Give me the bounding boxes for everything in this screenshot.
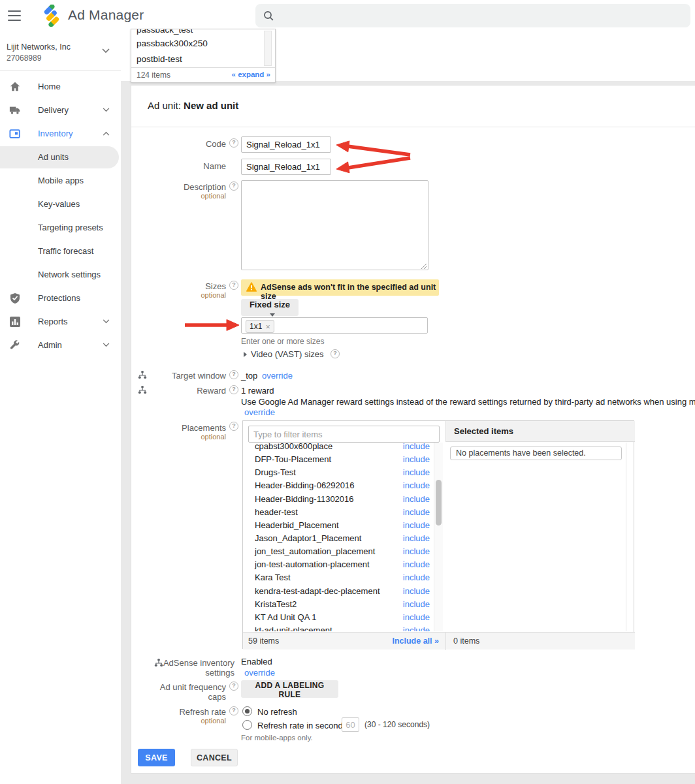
- placement-include-link[interactable]: include: [403, 454, 430, 464]
- placement-name: Drugs-Test: [255, 467, 296, 477]
- search-icon: [263, 10, 274, 21]
- sidebar-item-admin[interactable]: Admin: [0, 334, 121, 356]
- placement-name: KT Ad Unit QA 1: [255, 612, 316, 622]
- dropdown-footer: 124 items « expand »: [131, 67, 275, 82]
- reward-value: 1 reward: [241, 386, 274, 396]
- placement-include-link[interactable]: include: [403, 586, 430, 596]
- placement-name: header-test: [255, 507, 298, 517]
- menu-icon[interactable]: [8, 10, 21, 21]
- selected-items-header: Selected items: [445, 421, 635, 442]
- search-bar[interactable]: [255, 4, 690, 27]
- sidebar-divider: [0, 71, 121, 71]
- refresh-seconds-radio[interactable]: [242, 720, 252, 730]
- sidebar-item-delivery[interactable]: Delivery: [0, 99, 121, 121]
- placement-include-link[interactable]: include: [403, 612, 430, 622]
- frequency-caps-label-line1: Ad unit frequency: [131, 682, 226, 692]
- placements-footer: 59 items Include all » 0 items: [243, 632, 635, 650]
- help-icon[interactable]: [229, 706, 238, 715]
- placement-row: header-test include: [243, 505, 434, 518]
- placement-name: kendra-test-adapt-dec-placement: [255, 586, 380, 596]
- placement-include-link[interactable]: include: [403, 507, 430, 517]
- dropdown-item-clipped[interactable]: passback_test: [131, 29, 275, 36]
- sidebar-item-home[interactable]: Home: [0, 76, 121, 98]
- help-icon[interactable]: [229, 181, 238, 191]
- adsense-override-link[interactable]: override: [244, 668, 275, 678]
- dropdown-scrollbar[interactable]: [264, 31, 272, 66]
- remove-size-icon[interactable]: [262, 322, 270, 331]
- vast-sizes-toggle[interactable]: Video (VAST) sizes: [244, 349, 324, 359]
- include-all-link[interactable]: Include all »: [392, 636, 439, 646]
- placement-name: KristaTest2: [255, 599, 297, 609]
- placement-include-link[interactable]: include: [403, 443, 430, 451]
- placement-include-link[interactable]: include: [403, 546, 430, 556]
- dropdown-item[interactable]: postbid-test: [131, 52, 275, 67]
- sidebar-item-network-settings[interactable]: Network settings: [0, 264, 121, 286]
- placement-include-link[interactable]: include: [403, 599, 430, 609]
- placement-include-link[interactable]: include: [403, 494, 430, 504]
- target-window-value: _top: [241, 371, 257, 381]
- no-refresh-radio[interactable]: [242, 706, 252, 716]
- name-input[interactable]: [241, 159, 331, 175]
- description-optional-label: optional: [131, 192, 226, 200]
- account-name: Lijit Networks, Inc: [7, 42, 71, 52]
- placement-include-link[interactable]: include: [403, 572, 430, 582]
- truck-icon: [9, 104, 21, 116]
- placement-include-link[interactable]: include: [403, 533, 430, 543]
- placement-row: Drugs-Test include: [243, 465, 434, 478]
- page-title: Ad unit: New ad unit: [148, 100, 238, 111]
- sidebar-item-key-values[interactable]: Key-values: [0, 193, 121, 215]
- help-icon[interactable]: [229, 138, 238, 148]
- help-icon[interactable]: [331, 349, 340, 358]
- placement-include-link[interactable]: include: [403, 559, 430, 569]
- placement-name: Header-Bidding-11302016: [255, 494, 354, 504]
- help-icon[interactable]: [229, 422, 238, 431]
- placement-name: Header-Bidding-06292016: [255, 480, 355, 490]
- dropdown-item[interactable]: passback300x250: [131, 36, 275, 52]
- ad-unit-form-card: Ad unit: New ad unit Code Name Descripti…: [131, 85, 695, 774]
- placements-scrollbar-track[interactable]: [434, 443, 443, 631]
- placement-include-link[interactable]: include: [403, 480, 430, 490]
- expand-link[interactable]: « expand »: [232, 71, 270, 78]
- account-id: 27068989: [7, 54, 41, 63]
- sidebar-item-targeting-presets[interactable]: Targeting presets: [0, 217, 121, 239]
- sidebar-item-inventory[interactable]: Inventory: [0, 123, 121, 145]
- placements-scrollbar-thumb[interactable]: [436, 480, 442, 525]
- help-icon[interactable]: [229, 370, 238, 379]
- help-icon[interactable]: [229, 281, 238, 290]
- placement-row: Headerbid_Placement include: [243, 518, 434, 531]
- name-label: Name: [131, 161, 226, 171]
- sidebar-item-ad-units[interactable]: Ad units: [0, 146, 121, 168]
- fixed-size-dropdown-button[interactable]: Fixed size: [241, 299, 299, 316]
- help-icon[interactable]: [229, 385, 238, 394]
- sizes-input[interactable]: 1x1: [241, 317, 428, 334]
- product-title: Ad Manager: [68, 7, 144, 23]
- save-button[interactable]: SAVE: [138, 749, 175, 766]
- add-labeling-rule-button[interactable]: ADD A LABELING RULE: [241, 680, 338, 698]
- placements-filter-input[interactable]: [248, 426, 440, 443]
- reward-label: Reward: [131, 386, 226, 396]
- code-input[interactable]: [241, 136, 331, 153]
- placement-row: Header-Bidding-11302016 include: [243, 492, 434, 505]
- help-icon[interactable]: [229, 682, 238, 691]
- cancel-button[interactable]: CANCEL: [191, 749, 238, 766]
- sidebar-item-reports[interactable]: Reports: [0, 311, 121, 333]
- account-chevron-down-icon[interactable]: [102, 48, 110, 54]
- dropdown-item-count: 124 items: [137, 71, 170, 80]
- placement-row: jon-test-automation-placement include: [243, 557, 434, 571]
- target-window-override-link[interactable]: override: [262, 371, 293, 381]
- caret-down-icon: [270, 313, 275, 317]
- sizes-label: Sizes: [131, 281, 226, 291]
- sidebar-item-protections[interactable]: Protections: [0, 287, 121, 309]
- description-textarea[interactable]: [241, 180, 428, 270]
- sidebar-item-mobile-apps[interactable]: Mobile apps: [0, 170, 121, 192]
- reward-override-link[interactable]: override: [244, 407, 275, 417]
- placement-include-link[interactable]: include: [403, 625, 430, 631]
- code-label: Code: [131, 139, 226, 149]
- search-input[interactable]: [279, 4, 680, 29]
- refresh-seconds-input[interactable]: [342, 717, 359, 732]
- target-window-label: Target window: [131, 371, 226, 381]
- sidebar-item-traffic-forecast[interactable]: Traffic forecast: [0, 240, 121, 262]
- placement-include-link[interactable]: include: [403, 467, 430, 477]
- placement-include-link[interactable]: include: [403, 520, 430, 530]
- inventory-icon: [9, 128, 21, 140]
